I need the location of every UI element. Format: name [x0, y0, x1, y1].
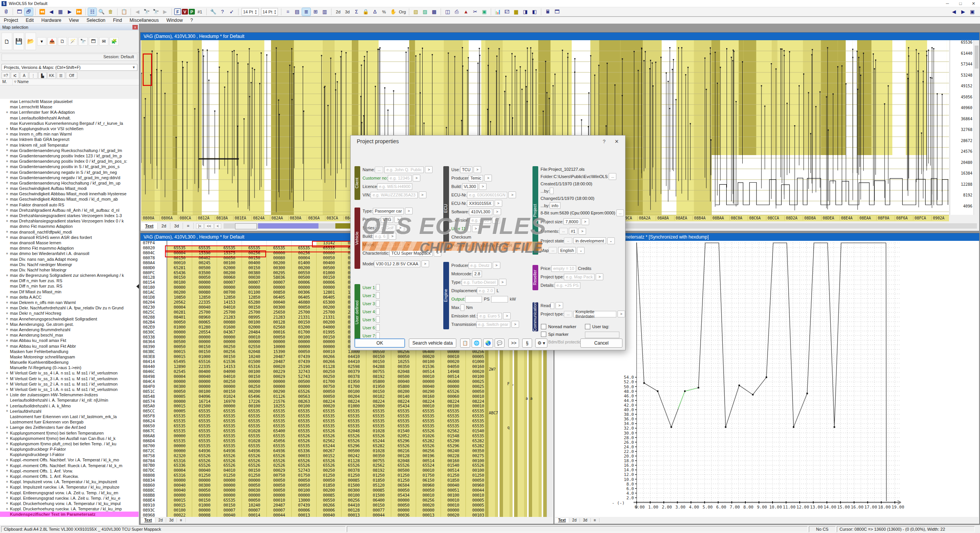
hex-cell[interactable]: 00200 [292, 266, 317, 271]
toolbar-icon-xx[interactable]: 🗗 [24, 8, 33, 16]
toolbar-icon-x[interactable]: ⏪ [38, 8, 46, 16]
map-list-item[interactable]: ✳max Dekr. Nachfuehrdrehzahl i.A. fpw_re… [0, 305, 139, 311]
hex-cell[interactable]: 01950 [341, 379, 366, 384]
expand-button[interactable]: > [394, 216, 402, 223]
hex-cell[interactable]: 00379 [341, 370, 366, 374]
hex-cell[interactable]: 00128 [341, 508, 366, 513]
hex-cell[interactable]: 00300 [267, 305, 292, 310]
toolbar-icon-2d[interactable]: 2d [334, 8, 342, 16]
hex-cell[interactable]: 02000 [217, 266, 242, 271]
hex-cell[interactable]: 65296 [391, 439, 416, 444]
hex-cell[interactable]: 00150 [192, 498, 217, 503]
map-list-item[interactable]: ✳Max Kupplungsdruck vor VSI schließen [0, 126, 139, 131]
hex-cell[interactable]: 00000 [416, 379, 441, 384]
toolbar-icon-#1[interactable]: #1 [196, 8, 204, 16]
toolbar-icon-x[interactable]: ▤ [293, 8, 301, 16]
expand-button[interactable]: > [419, 191, 426, 198]
hex-cell[interactable]: 65535 [217, 439, 242, 444]
hex-cell[interactable]: 65526 [341, 434, 366, 439]
hex-cell[interactable]: 00250 [317, 374, 341, 379]
hex-cell[interactable]: 00400 [242, 261, 267, 266]
hex-cell[interactable]: 00050 [317, 256, 341, 261]
hex-cell[interactable]: 00010 [167, 261, 192, 266]
column-name[interactable]: ▿ Name [13, 79, 29, 85]
hex-cell[interactable]: 21283 [217, 315, 242, 320]
toolbar-icon-xx[interactable]: 🗖 [553, 8, 561, 16]
toolbar-icon-xx[interactable]: 🔭 [142, 8, 151, 16]
hex-cell[interactable]: 00350 [366, 454, 391, 459]
hex-cell[interactable]: 01548 [441, 434, 466, 439]
map-list-item[interactable]: ✳max Drehzahlgradient Aufbau nll_Anh / k… [0, 208, 139, 213]
hex-cell[interactable]: 05434 [391, 493, 416, 498]
hex-cell[interactable]: 00256 [292, 251, 317, 256]
map-list-item[interactable]: max Lernschritt Masse [0, 104, 139, 110]
map-list-item[interactable]: ✳max Abbau ku_nsoll amax Fkt Abbr [0, 343, 139, 348]
menu-selection[interactable]: Selection [83, 18, 109, 23]
hex-cell[interactable]: 64936 [242, 449, 267, 454]
toolbar-icon-x[interactable]: ☷ [88, 8, 96, 16]
hex-cell[interactable]: 15375 [217, 251, 242, 256]
hex-cell[interactable]: 01024 [217, 394, 242, 399]
dialog-icon-1[interactable]: 🌐 [472, 338, 482, 348]
hex-cell[interactable]: 00500 [192, 266, 217, 271]
hex-cell[interactable]: 25700 [217, 310, 242, 315]
hex-cell[interactable]: 00006 [292, 508, 317, 513]
map-list-item[interactable]: ✳Kuppl.-moment Offs. 1. Anf. Rueckw. [0, 474, 139, 479]
toolbar-icon-%[interactable]: % [380, 8, 388, 16]
menu-window[interactable]: Window [163, 18, 187, 23]
field-characteristic[interactable]: TCU Super Mappack [389, 250, 433, 257]
hex-cell[interactable]: 65526 [391, 444, 416, 449]
hex-cell[interactable]: 00000 [192, 384, 217, 389]
hex-cell[interactable]: 25700 [242, 310, 267, 315]
hex-cell[interactable]: 65535 [242, 434, 267, 439]
expand-button[interactable]: > [479, 183, 487, 190]
map-list-item[interactable]: max Div. Nachf niedriger Moeingr [0, 262, 139, 267]
hex-cell[interactable]: 00040 [217, 513, 242, 517]
hex-cell[interactable]: 01500 [366, 493, 391, 498]
hex-cell[interactable]: 00290 [267, 389, 292, 394]
map-list-item[interactable]: ✳Kupplungsdruckbegr P-Faktor [0, 446, 139, 452]
hex-cell[interactable]: 00000 [217, 384, 242, 389]
hex-cell[interactable]: 01400 [292, 261, 317, 266]
hex-cell[interactable]: 00229 [267, 370, 292, 374]
hex-cell[interactable]: 00007 [217, 508, 242, 513]
field-motorcode[interactable]: 2.8 [472, 271, 482, 277]
field-user4[interactable] [376, 308, 380, 315]
hex-cell[interactable]: 01600 [217, 325, 242, 330]
hex-cell[interactable]: 02048 [341, 429, 366, 434]
view-tab-3d[interactable]: 3d [580, 518, 591, 522]
map-list-item[interactable]: ✳Leerlaufsolldrehzahl i. A. k_Mmo [0, 403, 139, 409]
map-list-item[interactable]: max dnmo Fkt maxmmo Adaption [0, 224, 139, 229]
field-user5[interactable] [376, 316, 380, 323]
hex-cell[interactable]: 00060 [441, 394, 466, 399]
hex-cell[interactable]: 20554 [192, 330, 217, 335]
hex-cell[interactable]: 00050 [292, 305, 317, 310]
hex-cell[interactable]: 02545 [167, 370, 192, 374]
hex-cell[interactable]: 65526 [267, 454, 292, 459]
expand-button[interactable]: > [484, 175, 492, 181]
hex-cell[interactable]: 06400 [366, 498, 391, 503]
hex-cell[interactable]: 65496 [242, 394, 267, 399]
expand-button[interactable]: > [405, 208, 413, 214]
hex-cell[interactable]: 00000 [242, 379, 267, 384]
expand-button[interactable]: > [413, 175, 420, 181]
hex-cell[interactable]: 25700 [192, 310, 217, 315]
map-tool-icon-4[interactable]: 📤 [47, 37, 57, 46]
map-list-item[interactable]: max Div. nans nan_ada Adapt moeg [0, 256, 139, 262]
map-list-item[interactable]: ✳Kuppl. Impulszeit vorw. i.A. Temperatur… [0, 479, 139, 484]
map-tool-icon-0[interactable]: 🗋 [2, 33, 12, 50]
hex-cell[interactable]: 00036 [391, 513, 416, 517]
map-list-item[interactable]: ✳max Geschwindigkeit Aufbau Mlast_modi [0, 186, 139, 191]
toolbar-icon-xx[interactable]: 🛢 [2, 8, 10, 16]
toolbar-icon-P[interactable]: P [189, 9, 195, 15]
forward-button[interactable]: >> [508, 338, 519, 348]
expand-button[interactable]: > [499, 279, 506, 286]
hex-cell[interactable]: 00250 [317, 370, 341, 374]
field-displacement[interactable]: e.g. 2.0 [477, 288, 495, 294]
hex-cell[interactable]: 13142 [317, 241, 341, 246]
hex-cell[interactable]: 00015 [167, 498, 192, 503]
hex-cell[interactable]: 00000 [167, 434, 192, 439]
hex-cell[interactable]: 00004 [292, 256, 317, 261]
hex-cell[interactable]: 21331 [317, 315, 341, 320]
hex-cell[interactable]: 05800 [366, 379, 391, 384]
